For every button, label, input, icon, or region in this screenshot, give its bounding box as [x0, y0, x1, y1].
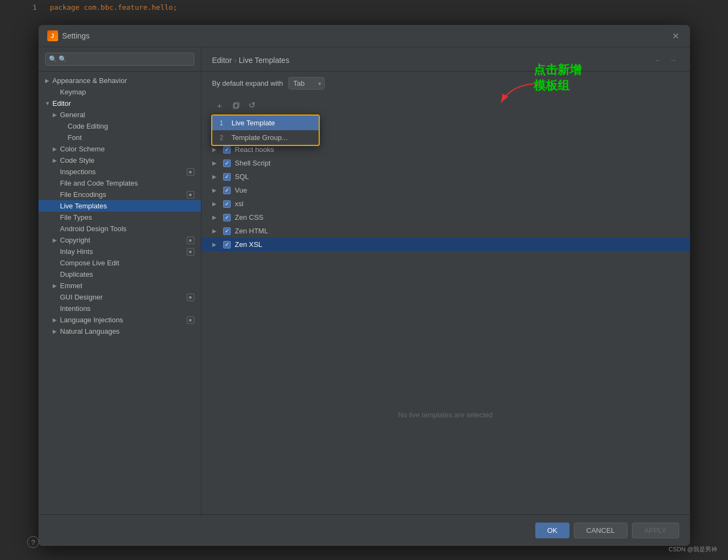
dropdown-item-template-group[interactable]: 2 Template Group... [212, 130, 319, 145]
add-button[interactable]: + [212, 98, 227, 112]
sidebar-item-label: Code Editing [68, 122, 201, 130]
expand-arrow: ▶ [212, 160, 219, 166]
sidebar-item-label: Copyright [60, 236, 187, 244]
sidebar-item-label: Live Templates [60, 202, 201, 210]
search-icon: 🔍 [49, 55, 57, 63]
checkbox-sql[interactable]: ✓ [223, 173, 231, 181]
expand-select[interactable]: Tab Enter Space [288, 77, 325, 90]
content-area: Editor › Live Templates ← → By default e… [201, 47, 690, 514]
arrow-icon: ▶ [53, 237, 60, 243]
sidebar-item-inlay-hints[interactable]: Inlay Hints ■ [39, 246, 201, 257]
sidebar-item-compose-live[interactable]: Compose Live Edit [39, 257, 201, 269]
apply-button[interactable]: APPLY [632, 523, 679, 538]
gui-badge: ■ [187, 294, 194, 301]
sidebar-item-gui-designer[interactable]: GUI Designer ■ [39, 291, 201, 303]
help-button[interactable]: ? [27, 536, 39, 548]
sidebar-item-inspections[interactable]: Inspections ■ [39, 166, 201, 177]
sidebar-item-color-scheme[interactable]: ▶ Color Scheme [39, 143, 201, 155]
title-bar-left: J Settings [47, 30, 90, 41]
template-row-sql[interactable]: ▶ ✓ SQL [201, 170, 690, 183]
sidebar-item-label: Android Design Tools [60, 225, 201, 233]
main-area: 🔍 ▶ Appearance & Behavior Keymap [39, 47, 690, 514]
expand-row: By default expand with Tab Enter Space [201, 72, 690, 95]
sidebar-item-label: GUI Designer [60, 293, 187, 301]
arrow-icon: ▶ [53, 112, 60, 118]
sidebar-item-code-editing[interactable]: Code Editing [39, 120, 201, 132]
sidebar-item-label: Emmet [60, 282, 201, 290]
dialog-title: Settings [62, 31, 90, 40]
checkbox-zen-html[interactable]: ✓ [223, 227, 231, 235]
revert-button[interactable]: ↺ [245, 98, 260, 112]
sidebar-item-intentions[interactable]: Intentions [39, 303, 201, 314]
sidebar-item-keymap[interactable]: Keymap [39, 86, 201, 98]
dropdown-item-label: Template Group... [232, 133, 288, 142]
template-name: Zen XSL [235, 240, 263, 249]
checkbox-zen-xsl[interactable]: ✓ [223, 241, 231, 249]
template-row-zen-html[interactable]: ▶ ✓ Zen HTML [201, 224, 690, 238]
checkbox-vue[interactable]: ✓ [223, 187, 231, 194]
sidebar-item-label: Editor [53, 99, 201, 107]
checkbox-xsl[interactable]: ✓ [223, 200, 231, 208]
expand-select-wrapper: Tab Enter Space [288, 77, 325, 90]
title-bar: J Settings ✕ [39, 25, 690, 47]
expand-arrow: ▶ [212, 147, 219, 152]
cancel-button[interactable]: CANCEL [574, 523, 628, 538]
ok-button[interactable]: OK [535, 523, 569, 538]
arrow-icon: ▶ [53, 317, 60, 323]
sidebar-item-editor[interactable]: ▼ Editor [39, 98, 201, 109]
forward-button[interactable]: → [667, 55, 679, 66]
sidebar-item-android-design[interactable]: Android Design Tools [39, 223, 201, 234]
checkbox-zen-css[interactable]: ✓ [223, 214, 231, 221]
search-input[interactable] [45, 53, 194, 66]
template-row-xsl[interactable]: ▶ ✓ xsl [201, 197, 690, 211]
code-background: 1 package com.bbc.feature.hello; [0, 0, 728, 15]
breadcrumb: Editor › Live Templates [212, 56, 289, 65]
sidebar-item-label: Inlay Hints [60, 247, 187, 256]
expand-arrow: ▶ [212, 214, 219, 220]
sidebar-item-file-encodings[interactable]: File Encodings ■ [39, 189, 201, 200]
back-button[interactable]: ← [652, 55, 664, 66]
template-name: Zen CSS [235, 213, 264, 221]
template-row-zen-xsl[interactable]: ▶ ✓ Zen XSL [201, 238, 690, 251]
sidebar-item-label: General [60, 111, 201, 119]
breadcrumb-separator: › [234, 56, 237, 65]
inlay-hints-badge: ■ [187, 248, 194, 256]
sidebar-item-copyright[interactable]: ▶ Copyright ■ [39, 234, 201, 246]
sidebar-item-emmet[interactable]: ▶ Emmet [39, 280, 201, 291]
sidebar-item-natural-languages[interactable]: ▶ Natural Languages [39, 326, 201, 337]
template-name: xsl [235, 200, 244, 208]
close-button[interactable]: ✕ [670, 30, 681, 41]
expand-arrow: ▶ [212, 174, 219, 180]
sidebar-item-label: File Types [60, 213, 201, 221]
template-name: Vue [235, 186, 248, 194]
dropdown-item-label: Live Template [232, 119, 275, 127]
sidebar-item-file-code-templates[interactable]: File and Code Templates [39, 177, 201, 189]
template-row-zen-css[interactable]: ▶ ✓ Zen CSS [201, 211, 690, 224]
dropdown-item-live-template[interactable]: 1 Live Template [212, 116, 319, 130]
copy-button[interactable] [229, 98, 244, 112]
settings-dialog: J Settings ✕ 🔍 ▶ Appearance [39, 25, 690, 546]
sidebar-item-file-types[interactable]: File Types [39, 212, 201, 223]
template-name: Shell Script [235, 159, 271, 167]
sidebar-item-language-injections[interactable]: ▶ Language Injections ■ [39, 314, 201, 326]
dropdown-item-num: 2 [220, 134, 227, 142]
arrow-icon: ▶ [53, 328, 60, 334]
template-name: React hooks [235, 145, 274, 154]
checkbox-shell-script[interactable]: ✓ [223, 160, 231, 167]
sidebar-item-label: Language Injections [60, 316, 187, 324]
content-header: Editor › Live Templates ← → [201, 47, 690, 72]
expand-arrow: ▶ [212, 241, 219, 247]
dropdown-item-num: 1 [220, 119, 227, 127]
checkbox-react-hooks[interactable]: ✓ [223, 146, 231, 154]
sidebar-item-code-style[interactable]: ▶ Code Style [39, 155, 201, 166]
add-dropdown: 1 Live Template 2 Template Group... [211, 114, 320, 146]
sidebar-item-duplicates[interactable]: Duplicates [39, 269, 201, 280]
no-selection-text: No live templates are selected [398, 411, 492, 419]
template-row-vue[interactable]: ▶ ✓ Vue [201, 183, 690, 197]
sidebar-item-general[interactable]: ▶ General [39, 109, 201, 120]
sidebar-item-appearance[interactable]: ▶ Appearance & Behavior [39, 75, 201, 86]
template-row-shell-script[interactable]: ▶ ✓ Shell Script [201, 156, 690, 170]
breadcrumb-parent: Editor [212, 56, 232, 65]
sidebar-item-live-templates[interactable]: Live Templates [39, 200, 201, 212]
sidebar-item-font[interactable]: Font [39, 132, 201, 143]
